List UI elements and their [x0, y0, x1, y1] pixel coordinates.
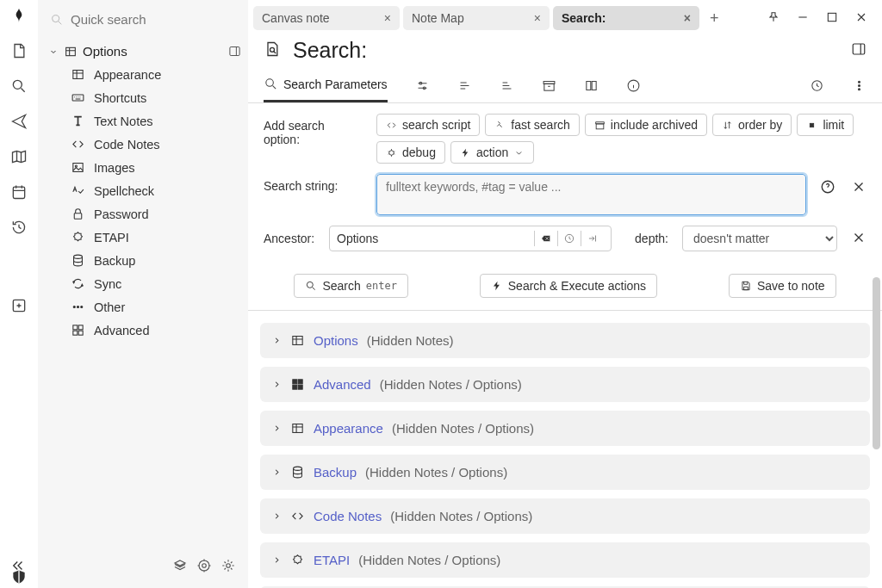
chevron-right-icon[interactable]: [272, 555, 282, 565]
app-logo-icon: [10, 7, 28, 27]
panel-icon[interactable]: [228, 45, 241, 58]
maximize-icon[interactable]: [825, 10, 839, 27]
list-icon[interactable]: [457, 73, 472, 102]
close-icon[interactable]: [851, 230, 866, 248]
tree-item-etapi[interactable]: ETAPI: [71, 230, 241, 244]
gear-icon[interactable]: [220, 558, 236, 576]
tree-item-text-notes[interactable]: Text Notes: [71, 114, 241, 128]
tree-item-images[interactable]: Images: [71, 160, 241, 175]
close-icon[interactable]: [851, 179, 866, 197]
tab-search-parameters[interactable]: Search Parameters: [264, 71, 388, 102]
svg-rect-10: [74, 214, 82, 219]
layers-icon[interactable]: [172, 558, 188, 576]
goto-icon[interactable]: [581, 231, 604, 246]
history-icon[interactable]: [10, 219, 28, 238]
result-link[interactable]: Code Notes: [314, 509, 382, 523]
tree-item-password[interactable]: Password: [71, 207, 241, 221]
svg-point-15: [77, 306, 78, 307]
pill-order-by[interactable]: order by: [712, 114, 792, 136]
pill-fast-search[interactable]: fast search: [485, 114, 579, 136]
search-result[interactable]: Options (Hidden Notes): [260, 323, 870, 358]
save-to-note-button[interactable]: Save to note: [729, 274, 836, 298]
search-string-input[interactable]: [376, 174, 806, 215]
close-icon[interactable]: ×: [534, 11, 541, 25]
search-result[interactable]: ETAPI (Hidden Notes / Options): [260, 542, 870, 578]
search-page-icon: [264, 40, 281, 60]
sliders-icon[interactable]: [415, 73, 430, 102]
collapse-icon[interactable]: [10, 558, 26, 576]
result-link[interactable]: Advanced: [314, 377, 371, 392]
ancestor-input[interactable]: Options: [329, 226, 612, 251]
result-link[interactable]: Options: [314, 333, 358, 348]
search-result[interactable]: Advanced (Hidden Notes / Options): [260, 367, 870, 402]
chevron-right-icon[interactable]: [272, 424, 282, 433]
tree-item-spellcheck[interactable]: Spellcheck: [71, 183, 241, 198]
target-icon[interactable]: [196, 558, 212, 576]
chevron-right-icon[interactable]: [272, 380, 282, 389]
pin-icon[interactable]: [767, 10, 780, 27]
result-type-icon: [290, 333, 305, 348]
chevron-right-icon[interactable]: [272, 336, 282, 345]
search-result[interactable]: Appearance (Hidden Notes / Options): [260, 411, 870, 446]
info-icon[interactable]: [626, 73, 641, 102]
add-note-icon[interactable]: [10, 297, 28, 317]
tree-item-other[interactable]: Other: [71, 300, 241, 314]
svg-point-22: [202, 564, 207, 568]
tab-search[interactable]: Search:×: [553, 6, 699, 30]
panel-right-icon[interactable]: [851, 41, 866, 59]
help-icon[interactable]: [820, 179, 835, 197]
pill-action[interactable]: action: [450, 141, 534, 164]
svg-point-35: [858, 88, 860, 90]
svg-point-12: [73, 282, 74, 282]
close-window-icon[interactable]: [854, 10, 868, 27]
depth-select[interactable]: doesn't matter: [682, 226, 837, 251]
more-icon[interactable]: [852, 73, 866, 102]
svg-point-3: [53, 15, 59, 22]
close-icon[interactable]: ×: [384, 11, 391, 25]
calendar-icon[interactable]: [10, 183, 28, 203]
chevron-right-icon[interactable]: [272, 511, 282, 521]
result-path: (Hidden Notes / Options): [365, 465, 507, 480]
archive-icon[interactable]: [542, 73, 556, 102]
result-link[interactable]: Backup: [314, 465, 357, 480]
note-icon[interactable]: [10, 42, 28, 62]
search-result[interactable]: Backup (Hidden Notes / Options): [260, 455, 870, 490]
tab-note-map[interactable]: Note Map×: [403, 6, 550, 30]
backspace-icon[interactable]: [534, 231, 557, 246]
new-tab-button[interactable]: +: [703, 6, 726, 31]
minimize-icon[interactable]: [796, 10, 810, 27]
tab-canvas-note[interactable]: Canvas note×: [253, 6, 400, 30]
result-link[interactable]: ETAPI: [314, 553, 350, 567]
pill-limit[interactable]: limit: [797, 114, 854, 136]
history-icon[interactable]: [557, 231, 581, 246]
svg-rect-19: [73, 331, 78, 335]
tree-root-options[interactable]: Options: [45, 40, 241, 67]
result-link[interactable]: Appearance: [314, 421, 383, 436]
pill-search-script[interactable]: search script: [376, 114, 480, 136]
tree-item-advanced[interactable]: Advanced: [71, 323, 241, 337]
chevron-right-icon[interactable]: [272, 467, 282, 477]
search-button[interactable]: Search enter: [294, 274, 407, 298]
svg-point-23: [227, 564, 231, 568]
book-icon[interactable]: [584, 73, 599, 102]
recent-icon[interactable]: [810, 73, 824, 102]
tree-item-appearance[interactable]: Appearance: [71, 67, 241, 82]
tree-item-sync[interactable]: Sync: [71, 276, 241, 291]
map-icon[interactable]: [10, 148, 28, 168]
search-result[interactable]: Code Notes (Hidden Notes / Options): [260, 498, 870, 534]
send-icon[interactable]: [10, 113, 28, 133]
svg-point-33: [858, 81, 860, 83]
chevron-down-icon: [513, 147, 525, 158]
sort-icon[interactable]: [500, 73, 514, 102]
pill-debug[interactable]: debug: [376, 141, 445, 164]
search-icon[interactable]: [10, 77, 28, 97]
close-icon[interactable]: ×: [684, 11, 691, 25]
search-execute-button[interactable]: Search & Execute actions: [480, 274, 657, 298]
quick-search-input[interactable]: [71, 12, 236, 27]
tree-item-backup[interactable]: Backup: [71, 253, 241, 268]
tree-item-code-notes[interactable]: Code Notes: [71, 137, 241, 152]
scrollbar-thumb[interactable]: [873, 277, 880, 449]
pill-include-archived[interactable]: include archived: [585, 114, 707, 136]
svg-rect-18: [78, 325, 83, 330]
tree-item-shortcuts[interactable]: Shortcuts: [71, 90, 241, 105]
